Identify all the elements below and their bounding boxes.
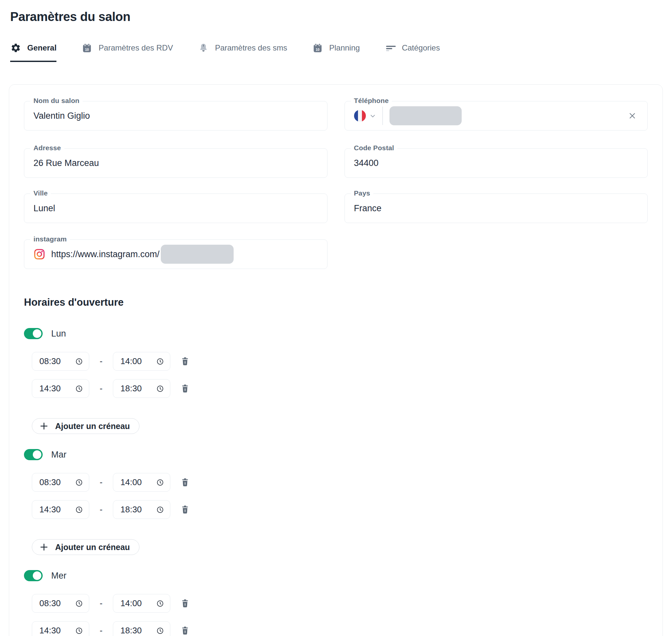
calendar-icon: 10 bbox=[312, 42, 323, 54]
trash-icon bbox=[180, 478, 190, 488]
page-title: Paramètres du salon bbox=[10, 10, 672, 24]
instagram-value: https://www.instagram.com/ bbox=[51, 249, 159, 259]
day-label: Mer bbox=[51, 571, 66, 581]
start-time-value: 08:30 bbox=[39, 477, 61, 488]
start-time-input[interactable]: 08:30 bbox=[32, 594, 89, 613]
end-time-value: 14:00 bbox=[120, 598, 142, 609]
time-slot-row: 08:30 - 14:00 bbox=[32, 594, 648, 613]
salon-name-label: Nom du salon bbox=[30, 97, 83, 105]
clock-icon bbox=[156, 506, 164, 514]
time-slot-row: 14:30 - 18:30 bbox=[32, 500, 648, 519]
end-time-input[interactable]: 18:30 bbox=[113, 379, 170, 398]
calendar-icon: 10 bbox=[81, 42, 93, 54]
country-field[interactable]: Pays France bbox=[345, 194, 648, 223]
start-time-input[interactable]: 14:30 bbox=[32, 379, 89, 398]
divider bbox=[382, 106, 383, 125]
time-range-separator: - bbox=[89, 383, 113, 394]
tab-label: Catégories bbox=[402, 43, 440, 53]
instagram-label: instagram bbox=[30, 235, 70, 243]
tab-bar: General 10 Paramètres des RDV Paramètres… bbox=[10, 42, 672, 62]
tab-categories[interactable]: Catégories bbox=[385, 42, 440, 62]
postal-code-value: 34400 bbox=[354, 158, 379, 168]
trash-icon bbox=[180, 357, 190, 366]
tab-label: Planning bbox=[329, 43, 360, 53]
tab-general[interactable]: General bbox=[10, 42, 56, 62]
toggle-knob bbox=[33, 571, 41, 580]
clock-icon bbox=[156, 627, 164, 635]
bell-icon bbox=[198, 42, 209, 54]
clear-phone-icon[interactable] bbox=[627, 110, 638, 122]
salon-name-field[interactable]: Nom du salon Valentin Giglio bbox=[24, 101, 327, 131]
start-time-input[interactable]: 14:30 bbox=[32, 621, 89, 636]
tab-parametres-rdv[interactable]: 10 Paramètres des RDV bbox=[81, 42, 173, 62]
tab-label: Paramètres des sms bbox=[215, 43, 287, 53]
city-field[interactable]: Ville Lunel bbox=[24, 194, 327, 223]
clock-icon bbox=[75, 506, 83, 514]
clock-icon bbox=[156, 385, 164, 393]
delete-slot-button[interactable] bbox=[179, 476, 191, 489]
country-label: Pays bbox=[351, 189, 373, 197]
end-time-input[interactable]: 18:30 bbox=[113, 500, 170, 519]
address-value: 26 Rue Marceau bbox=[34, 158, 99, 168]
time-range-separator: - bbox=[89, 477, 113, 488]
instagram-icon bbox=[34, 248, 45, 260]
day-toggle[interactable] bbox=[24, 449, 43, 460]
end-time-value: 18:30 bbox=[120, 625, 142, 636]
end-time-input[interactable]: 14:00 bbox=[113, 594, 170, 613]
delete-slot-button[interactable] bbox=[179, 382, 191, 395]
tab-planning[interactable]: 10 Planning bbox=[312, 42, 360, 62]
phone-label: Téléphone bbox=[351, 97, 392, 105]
day-toggle[interactable] bbox=[24, 328, 43, 339]
trash-icon bbox=[180, 505, 190, 515]
clock-icon bbox=[156, 358, 164, 365]
start-time-value: 08:30 bbox=[39, 356, 61, 366]
clock-icon bbox=[75, 479, 83, 486]
clock-icon bbox=[156, 479, 164, 486]
clock-icon bbox=[75, 385, 83, 393]
chevron-down-icon[interactable] bbox=[369, 112, 376, 119]
country-value: France bbox=[354, 203, 382, 214]
france-flag-icon[interactable] bbox=[354, 110, 366, 122]
instagram-field[interactable]: instagram https://www.instagram.com/ bbox=[24, 239, 327, 269]
delete-slot-button[interactable] bbox=[179, 624, 191, 636]
day-label: Mar bbox=[51, 450, 66, 460]
time-range-separator: - bbox=[89, 356, 113, 366]
settings-card: Nom du salon Valentin Giglio Téléphone A… bbox=[9, 84, 663, 636]
delete-slot-button[interactable] bbox=[179, 597, 191, 610]
time-slot-row: 08:30 - 14:00 bbox=[32, 473, 648, 492]
trash-icon bbox=[180, 384, 190, 394]
toggle-knob bbox=[33, 329, 41, 338]
start-time-value: 14:30 bbox=[39, 504, 61, 515]
start-time-input[interactable]: 08:30 bbox=[32, 473, 89, 492]
postal-code-label: Code Postal bbox=[351, 144, 397, 152]
list-lines-icon bbox=[385, 42, 396, 54]
end-time-input[interactable]: 14:00 bbox=[113, 473, 170, 492]
start-time-input[interactable]: 14:30 bbox=[32, 500, 89, 519]
delete-slot-button[interactable] bbox=[179, 503, 191, 516]
opening-hours-heading: Horaires d'ouverture bbox=[24, 297, 648, 308]
end-time-value: 18:30 bbox=[120, 383, 142, 394]
time-range-separator: - bbox=[89, 504, 113, 515]
day-toggle[interactable] bbox=[24, 570, 43, 581]
start-time-value: 14:30 bbox=[39, 625, 61, 636]
start-time-value: 14:30 bbox=[39, 383, 61, 394]
delete-slot-button[interactable] bbox=[179, 355, 191, 368]
end-time-value: 18:30 bbox=[120, 504, 142, 515]
add-slot-button[interactable]: Ajouter un créneau bbox=[32, 418, 139, 434]
day-block-mer: Mer 08:30 - 14:00 14:30 bbox=[24, 570, 648, 636]
postal-code-field[interactable]: Code Postal 34400 bbox=[345, 148, 648, 178]
tab-parametres-sms[interactable]: Paramètres des sms bbox=[198, 42, 287, 62]
city-label: Ville bbox=[30, 189, 51, 197]
address-field[interactable]: Adresse 26 Rue Marceau bbox=[24, 148, 327, 178]
start-time-input[interactable]: 08:30 bbox=[32, 352, 89, 371]
time-range-separator: - bbox=[89, 625, 113, 636]
phone-field[interactable]: Téléphone bbox=[345, 101, 648, 131]
address-label: Adresse bbox=[30, 144, 64, 152]
tab-label: Paramètres des RDV bbox=[98, 43, 173, 53]
salon-name-value: Valentin Giglio bbox=[34, 111, 90, 121]
end-time-input[interactable]: 14:00 bbox=[113, 352, 170, 371]
plus-icon bbox=[39, 421, 49, 431]
end-time-input[interactable]: 18:30 bbox=[113, 621, 170, 636]
time-range-separator: - bbox=[89, 598, 113, 609]
add-slot-button[interactable]: Ajouter un créneau bbox=[32, 539, 139, 555]
